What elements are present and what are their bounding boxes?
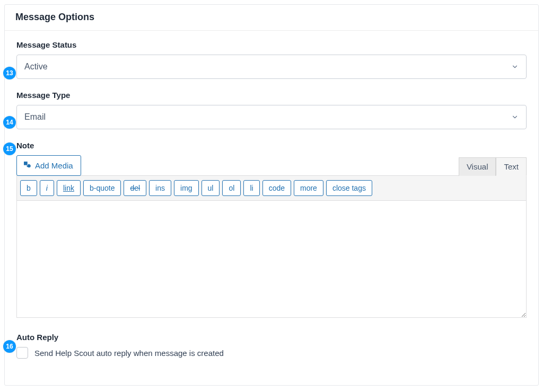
add-media-label: Add Media <box>35 161 73 170</box>
toolbar-ol-button[interactable]: ol <box>222 180 241 196</box>
tab-visual[interactable]: Visual <box>459 157 496 176</box>
toolbar-del-button[interactable]: del <box>124 180 146 196</box>
editor-toolbar: b i link b-quote del ins img ul ol li co… <box>16 175 527 200</box>
autoreply-row: Send Help Scout auto reply when message … <box>16 347 527 359</box>
message-type-label: Message Type <box>16 91 527 100</box>
toolbar-bold-button[interactable]: b <box>20 180 37 196</box>
toolbar-ul-button[interactable]: ul <box>202 180 220 196</box>
annotation-marker-15: 15 <box>3 142 16 155</box>
editor-top-row: Add Media Visual Text <box>16 155 527 176</box>
message-status-label: Message Status <box>16 40 527 49</box>
message-status-select[interactable]: Active <box>16 55 527 79</box>
annotation-marker-13: 13 <box>3 67 16 79</box>
annotation-marker-16: 16 <box>3 340 16 353</box>
autoreply-checkbox[interactable] <box>16 347 28 359</box>
editor-tabs: Visual Text <box>459 157 527 176</box>
autoreply-checkbox-label: Send Help Scout auto reply when message … <box>34 349 224 358</box>
message-options-panel: Message Options Message Status Active Me… <box>4 4 539 386</box>
add-media-button[interactable]: Add Media <box>16 155 81 176</box>
panel-header: Message Options <box>5 5 538 31</box>
message-type-value: Email <box>24 112 46 122</box>
message-type-select-wrap: Email <box>16 105 527 129</box>
note-label: Note <box>16 141 527 150</box>
message-type-select[interactable]: Email <box>16 105 527 129</box>
toolbar-more-button[interactable]: more <box>294 180 323 196</box>
note-textarea[interactable] <box>16 200 527 318</box>
tab-text[interactable]: Text <box>496 157 527 176</box>
chevron-down-icon <box>511 63 519 70</box>
panel-body: Message Status Active Message Type Email… <box>5 31 538 369</box>
toolbar-code-button[interactable]: code <box>262 180 291 196</box>
toolbar-bquote-button[interactable]: b-quote <box>83 180 121 196</box>
annotation-marker-14: 14 <box>3 116 16 129</box>
toolbar-link-button[interactable]: link <box>57 180 81 196</box>
message-status-select-wrap: Active <box>16 55 527 79</box>
autoreply-label: Auto Reply <box>16 333 527 342</box>
toolbar-ins-button[interactable]: ins <box>149 180 171 196</box>
toolbar-closetags-button[interactable]: close tags <box>326 180 372 196</box>
chevron-down-icon <box>511 113 519 121</box>
note-section: Note Add Media Visual Text b i link b-qu… <box>16 141 527 320</box>
media-icon <box>22 160 32 171</box>
toolbar-img-button[interactable]: img <box>174 180 199 196</box>
message-status-value: Active <box>24 62 48 72</box>
toolbar-li-button[interactable]: li <box>243 180 259 196</box>
toolbar-italic-button[interactable]: i <box>40 180 54 196</box>
panel-title: Message Options <box>15 12 528 23</box>
autoreply-section: Auto Reply Send Help Scout auto reply wh… <box>16 333 527 359</box>
